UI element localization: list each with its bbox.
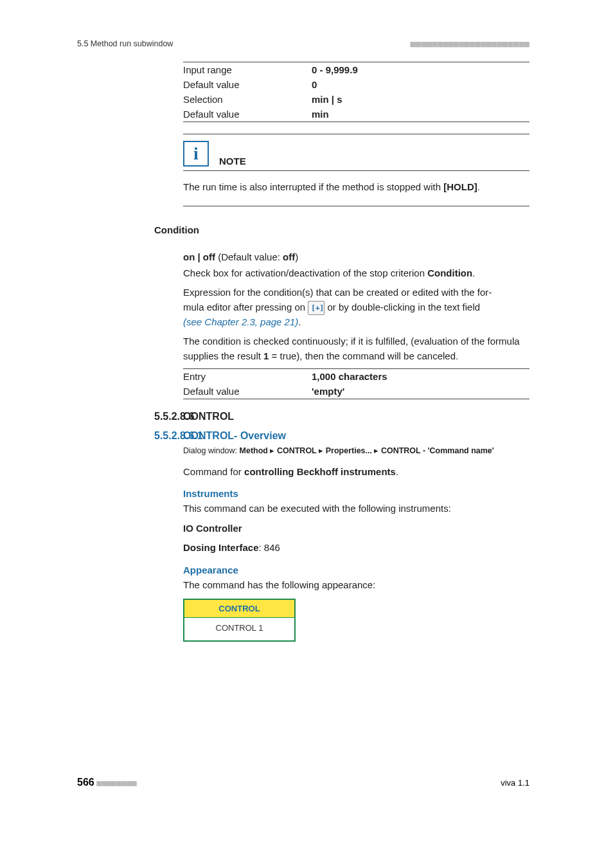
text: mula editor after pressing on bbox=[183, 302, 308, 312]
chapter-ref: (see Chapter 2.3, page 21) bbox=[183, 316, 298, 327]
table-row: Selection min | s bbox=[183, 92, 529, 107]
table-row: Input range 0 - 9,999.9 bbox=[183, 62, 529, 78]
info-icon: i bbox=[183, 141, 209, 167]
kv-value: 1,000 characters bbox=[312, 369, 529, 384]
note-body: The run time is also interrupted if the … bbox=[183, 180, 529, 194]
subsection-title: CONTROL- Overview bbox=[183, 430, 529, 442]
text: = true), then the command will be cancel… bbox=[269, 350, 458, 361]
instrument-io-controller: IO Controller bbox=[183, 521, 529, 536]
kv-key: Entry bbox=[183, 369, 312, 384]
instruments-heading: Instruments bbox=[183, 488, 529, 499]
dialog-prefix: Dialog window: bbox=[183, 446, 240, 455]
control-command-block: CONTROL CONTROL 1 bbox=[183, 599, 296, 642]
ref-post: . bbox=[298, 316, 301, 327]
kv-value: min bbox=[312, 107, 529, 122]
running-header-dashes: ■■■■■■■■■■■■■■■■■■■■■■ bbox=[411, 39, 529, 49]
note-header: i NOTE bbox=[183, 141, 529, 171]
note-text-post: . bbox=[477, 181, 480, 192]
kv-key: Default value bbox=[183, 107, 312, 122]
dialog-window-path: Dialog window: Method ▸ CONTROL ▸ Proper… bbox=[183, 446, 529, 457]
input-range-table: Input range 0 - 9,999.9 Default value 0 … bbox=[183, 62, 529, 122]
breadcrumb-item: CONTROL bbox=[277, 446, 317, 455]
kv-key: Selection bbox=[183, 92, 312, 107]
running-header: 5.5 Method run subwindow ■■■■■■■■■■■■■■■… bbox=[0, 39, 613, 49]
note-text: The run time is also interrupted if the … bbox=[183, 181, 443, 192]
section-number: 5.5.2.8.6 bbox=[154, 411, 194, 422]
breadcrumb-item: CONTROL - 'Command name' bbox=[381, 446, 494, 455]
condition-p2a: Expression for the condition(s) that can… bbox=[183, 285, 529, 300]
onoff-values: on | off bbox=[183, 251, 215, 262]
onoff-default: off bbox=[283, 251, 295, 262]
page-footer: 566 ■■■■■■■■ viva 1.1 bbox=[0, 777, 613, 788]
text: Check box for activation/deactivation of… bbox=[183, 267, 427, 278]
text: or by double-clicking in the text field bbox=[324, 302, 480, 312]
kv-value: 0 bbox=[312, 77, 529, 92]
condition-label: Condition bbox=[154, 224, 199, 235]
control-block-header: CONTROL bbox=[184, 600, 294, 618]
breadcrumb-sep: ▸ bbox=[268, 446, 277, 455]
section-title: CONTROL bbox=[183, 411, 529, 422]
subsection-number: 5.5.2.8.6.1 bbox=[154, 430, 203, 442]
table-row: Default value 'empty' bbox=[183, 384, 529, 399]
footer-left: 566 ■■■■■■■■ bbox=[77, 777, 137, 788]
dosing-value: : 846 bbox=[259, 542, 280, 553]
breadcrumb-sep: ▸ bbox=[317, 446, 326, 455]
condition-entry-table: Entry 1,000 characters Default value 'em… bbox=[183, 368, 529, 399]
kv-key: Default value bbox=[183, 77, 312, 92]
footer-right: viva 1.1 bbox=[501, 778, 529, 788]
breadcrumb-sep: ▸ bbox=[372, 446, 381, 455]
text: Command for bbox=[183, 466, 244, 477]
condition-p3: The condition is checked continuously; i… bbox=[183, 334, 529, 363]
kv-value: 'empty' bbox=[312, 384, 529, 399]
condition-p1: Check box for activation/deactivation of… bbox=[183, 266, 529, 281]
table-row: Default value 0 bbox=[183, 77, 529, 92]
appearance-intro: The command has the following appearance… bbox=[183, 578, 529, 593]
text: . bbox=[472, 267, 475, 278]
breadcrumb-item: Properties... bbox=[326, 446, 372, 455]
condition-word: Condition bbox=[427, 267, 472, 278]
table-row: Entry 1,000 characters bbox=[183, 369, 529, 384]
control-target: controlling Beckhoff instruments bbox=[244, 466, 396, 477]
page-number: 566 bbox=[77, 777, 94, 788]
text: . bbox=[396, 466, 398, 477]
kv-key: Input range bbox=[183, 62, 312, 78]
instruments-intro: This command can be executed with the fo… bbox=[183, 502, 529, 516]
note-hold: [HOLD] bbox=[443, 181, 477, 192]
footer-dashes: ■■■■■■■■ bbox=[96, 778, 137, 788]
note-title: NOTE bbox=[219, 156, 246, 167]
formula-editor-icon[interactable] bbox=[308, 301, 324, 315]
instrument-dosing: Dosing Interface: 846 bbox=[183, 541, 529, 556]
kv-value: min | s bbox=[312, 92, 529, 107]
onoff-mid: (Default value: bbox=[215, 251, 283, 262]
condition-p2b: mula editor after pressing on or by doub… bbox=[183, 300, 529, 330]
condition-onoff: on | off (Default value: off) bbox=[183, 251, 529, 262]
appearance-heading: Appearance bbox=[183, 565, 529, 575]
control-block-body: CONTROL 1 bbox=[184, 618, 294, 640]
control-command-desc: Command for controlling Beckhoff instrum… bbox=[183, 465, 529, 480]
table-row: Default value min bbox=[183, 107, 529, 122]
kv-value: 0 - 9,999.9 bbox=[312, 62, 529, 78]
running-header-left: 5.5 Method run subwindow bbox=[77, 39, 173, 48]
dosing-label: Dosing Interface bbox=[183, 542, 259, 553]
note-box: i NOTE The run time is also interrupted … bbox=[183, 134, 529, 206]
breadcrumb-item: Method bbox=[240, 446, 268, 455]
onoff-post: ) bbox=[295, 251, 298, 262]
kv-key: Default value bbox=[183, 384, 312, 399]
